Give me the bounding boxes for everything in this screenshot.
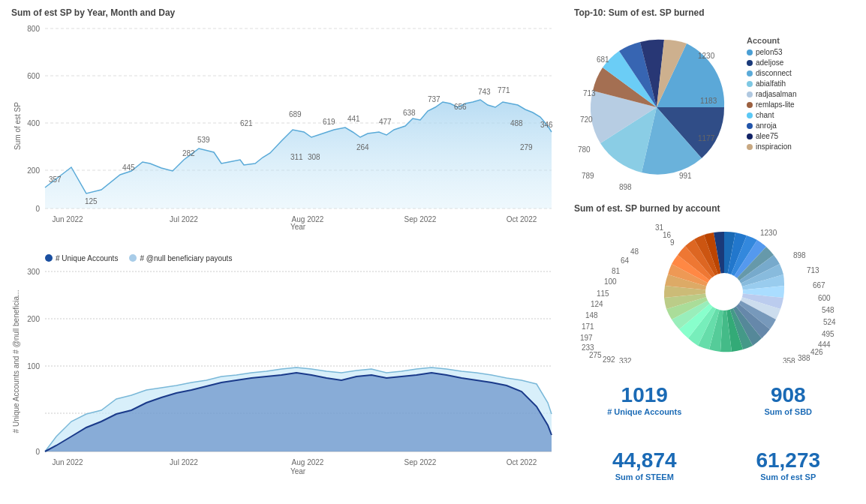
- burned-pie-chart: 31 16 9 48 64 81 100 115 124 148 171 197…: [574, 217, 863, 363]
- svg-text:720: 720: [580, 116, 593, 124]
- legend-label-adeljose: adeljose: [756, 58, 783, 67]
- legend-label-disconnect: disconnect: [756, 69, 792, 77]
- svg-text:789: 789: [582, 172, 594, 180]
- svg-text:445: 445: [122, 164, 135, 172]
- svg-text:311: 311: [290, 153, 303, 161]
- legend-color-pelon53: [747, 50, 753, 56]
- svg-text:Aug 2022: Aug 2022: [292, 458, 324, 466]
- svg-text:400: 400: [27, 119, 40, 128]
- legend-color-adeljose: [747, 60, 753, 66]
- svg-text:780: 780: [578, 146, 591, 154]
- legend-label-radjasalman: radjasalman: [756, 90, 796, 98]
- legend-dot-null: [129, 254, 137, 262]
- svg-text:621: 621: [240, 119, 253, 128]
- top10-legend: Account pelon53 adeljose disconnect: [743, 21, 810, 153]
- stat-number-unique: 1019: [621, 384, 668, 407]
- svg-text:495: 495: [822, 330, 834, 338]
- svg-text:737: 737: [428, 95, 441, 104]
- svg-text:800: 800: [27, 25, 40, 33]
- legend-abialfatih: abialfatih: [747, 80, 810, 88]
- svg-text:Sep 2022: Sep 2022: [404, 215, 437, 224]
- svg-text:200: 200: [27, 166, 40, 175]
- svg-text:1230: 1230: [698, 52, 715, 60]
- legend-label-null: # @null beneficiary payouts: [140, 254, 232, 262]
- stat-steem: 44,874 Sum of STEEM: [574, 434, 715, 496]
- svg-text:Jun 2022: Jun 2022: [52, 458, 83, 466]
- svg-text:1177: 1177: [698, 134, 715, 142]
- top10-pie-chart: 1230 1183 1177 991 898 789 780 720 713 6…: [574, 21, 739, 197]
- svg-text:357: 357: [49, 176, 62, 184]
- legend-color-remlaps-lite: [747, 102, 753, 108]
- stats-grid: 1019 # Unique Accounts 908 Sum of SBD 44…: [574, 369, 858, 496]
- svg-text:388: 388: [798, 354, 810, 362]
- bottom-line-chart: # Unique Accounts # @null beneficiary pa…: [11, 254, 563, 497]
- svg-text:Year: Year: [290, 467, 306, 476]
- legend-inspiracion: inspiracion: [747, 142, 810, 151]
- legend-color-radjasalman: [747, 92, 753, 98]
- svg-text:681: 681: [597, 56, 609, 64]
- legend-label-inspiracion: inspiracion: [756, 142, 792, 151]
- legend-label-alee75: alee75: [756, 132, 778, 140]
- legend-null-payouts: # @null beneficiary payouts: [129, 254, 232, 262]
- legend-label-abialfatih: abialfatih: [756, 80, 786, 88]
- svg-text:771: 771: [498, 86, 510, 94]
- stat-label-steem: Sum of STEEM: [615, 472, 674, 482]
- stat-number-steem: 44,874: [612, 449, 677, 472]
- svg-text:275: 275: [589, 351, 602, 359]
- legend-color-inspiracion: [747, 144, 753, 150]
- legend-color-anroja: [747, 123, 753, 129]
- svg-text:1183: 1183: [700, 97, 717, 105]
- legend-disconnect: disconnect: [747, 69, 810, 77]
- svg-text:300: 300: [27, 268, 40, 276]
- svg-text:264: 264: [356, 143, 369, 152]
- svg-text:488: 488: [510, 119, 523, 128]
- svg-text:346: 346: [540, 121, 553, 129]
- svg-text:Oct 2022: Oct 2022: [507, 458, 537, 466]
- svg-text:9: 9: [670, 238, 675, 247]
- legend-chant: chant: [747, 111, 810, 119]
- legend-color-alee75: [747, 134, 753, 140]
- legend-title: Account: [747, 36, 810, 45]
- burned-by-account-section: Sum of est. SP burned by account: [574, 203, 858, 364]
- svg-text:619: 619: [323, 118, 335, 126]
- legend-alee75: alee75: [747, 132, 810, 140]
- svg-text:441: 441: [347, 115, 360, 123]
- top10-title: Top-10: Sum of est. SP burned: [574, 8, 858, 18]
- svg-text:115: 115: [597, 290, 609, 298]
- stat-est-sp: 61,273 Sum of est SP: [718, 434, 859, 496]
- stat-label-unique: # Unique Accounts: [607, 407, 681, 416]
- legend-label-remlaps-lite: remlaps-lite: [756, 100, 795, 109]
- svg-text:Jun 2022: Jun 2022: [52, 215, 83, 224]
- legend-label-pelon53: pelon53: [756, 48, 783, 56]
- legend-anroja: anroja: [747, 122, 810, 130]
- svg-text:713: 713: [583, 89, 596, 98]
- stat-label-est-sp: Sum of est SP: [760, 472, 816, 482]
- svg-text:64: 64: [621, 256, 630, 265]
- legend-dot-unique: [45, 254, 53, 262]
- svg-text:200: 200: [27, 315, 40, 323]
- svg-text:171: 171: [582, 322, 594, 331]
- svg-text:713: 713: [807, 266, 819, 274]
- svg-text:282: 282: [182, 149, 195, 158]
- legend-unique-accounts: # Unique Accounts: [45, 254, 118, 262]
- legend-label-anroja: anroja: [756, 122, 777, 130]
- stat-unique-accounts: 1019 # Unique Accounts: [574, 369, 715, 431]
- svg-text:Year: Year: [290, 223, 306, 230]
- legend-radjasalman: radjasalman: [747, 90, 810, 98]
- svg-text:Sep 2022: Sep 2022: [404, 458, 437, 466]
- right-panel: Top-10: Sum of est. SP burned: [570, 0, 866, 504]
- svg-text:Jul 2022: Jul 2022: [170, 215, 198, 224]
- stat-label-sbd: Sum of SBD: [764, 407, 812, 416]
- svg-text:148: 148: [585, 311, 598, 320]
- svg-text:524: 524: [823, 318, 836, 326]
- svg-text:Oct 2022: Oct 2022: [507, 215, 537, 224]
- svg-text:125: 125: [85, 197, 98, 206]
- svg-text:539: 539: [197, 136, 210, 144]
- dashboard: Sum of est SP by Year, Month and Day 800…: [0, 0, 866, 504]
- legend-color-disconnect: [747, 70, 753, 76]
- svg-text:477: 477: [379, 118, 392, 126]
- top10-section: Top-10: Sum of est. SP burned: [574, 8, 858, 197]
- stat-number-est-sp: 61,273: [756, 449, 820, 472]
- stat-number-sbd: 908: [771, 384, 806, 407]
- legend-remlaps-lite: remlaps-lite: [747, 100, 810, 109]
